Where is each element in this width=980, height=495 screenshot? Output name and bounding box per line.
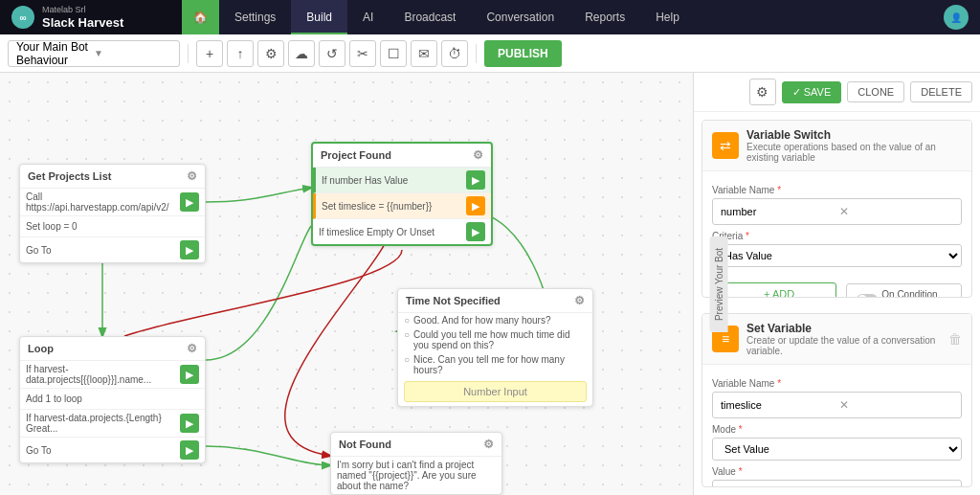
clone-button[interactable]: CLONE <box>847 81 904 102</box>
nav-build[interactable]: Build <box>291 0 347 34</box>
main-area: Get Projects List ⚙ Call https://api.har… <box>0 73 980 495</box>
settings-button[interactable]: ⚙ <box>257 40 284 67</box>
toolbar-divider-1 <box>188 44 189 63</box>
logo-area: ∞ Matelab Srl Slack Harvest <box>0 0 182 34</box>
delete-button[interactable]: DELETE <box>910 81 972 102</box>
number-input-bar: Number Input <box>404 381 587 402</box>
sv-value-label: Value <box>712 466 736 477</box>
loop-title: Loop <box>28 343 54 354</box>
cloud-button[interactable]: ☁ <box>288 40 315 67</box>
nav-settings[interactable]: Settings <box>219 0 291 34</box>
loop-goto-btn[interactable]: ▶ <box>180 440 199 460</box>
not-found-title: Not Found <box>339 439 391 450</box>
dropdown-arrow-icon: ▼ <box>94 48 171 58</box>
sv-value-input[interactable]: {{number}} <box>712 480 962 487</box>
variable-switch-section: ⇄ Variable Switch Execute operations bas… <box>702 120 972 298</box>
cut-button[interactable]: ✂ <box>349 40 376 67</box>
on-condition-toggle[interactable]: On Condition Met <box>846 283 962 298</box>
add-button[interactable]: + <box>196 40 223 67</box>
project-found-iftimeslice-btn[interactable]: ▶ <box>466 222 485 241</box>
nav-broadcast[interactable]: Broadcast <box>389 0 471 34</box>
not-found-gear-icon[interactable]: ⚙ <box>483 438 494 451</box>
set-variable-section: ≡ Set Variable Create or update the valu… <box>702 313 972 487</box>
get-projects-call-btn[interactable]: ▶ <box>180 192 199 212</box>
sv-mode-label: Mode <box>712 424 736 435</box>
not-found-node: Not Found ⚙ I'm sorry but i can't find a… <box>330 432 502 495</box>
undo-button[interactable]: ↺ <box>319 40 345 67</box>
not-found-message: I'm sorry but i can't find a project nam… <box>337 460 496 491</box>
time-not-specified-gear-icon[interactable]: ⚙ <box>574 294 585 307</box>
get-projects-title: Get Projects List <box>28 170 111 182</box>
save-button[interactable]: ✓ SAVE <box>782 81 842 103</box>
loop-gear-icon[interactable]: ⚙ <box>187 342 197 355</box>
project-found-node: Project Found ⚙ If number Has Value ▶ Se… <box>311 142 493 246</box>
time-not-specified-node: Time Not Specified ⚙ ○ Good. And for how… <box>397 288 593 407</box>
criteria-select[interactable]: Has Value Is Empty Equals <box>712 244 962 267</box>
nav-reports[interactable]: Reports <box>569 0 640 34</box>
publish-button[interactable]: PUBLISH <box>484 40 562 67</box>
bot-selector[interactable]: Your Main Bot Behaviour ▼ <box>8 40 180 67</box>
toggle-icon <box>857 294 878 298</box>
loop-iflength-btn[interactable]: ▶ <box>180 414 199 433</box>
nav-items: 🏠 Settings Build AI Broadcast Conversati… <box>182 0 944 34</box>
variable-switch-icon: ⇄ <box>712 132 739 159</box>
company-name: Matelab Srl <box>42 5 123 15</box>
timer-button[interactable]: ⏱ <box>441 40 468 67</box>
copy-button[interactable]: ☐ <box>380 40 407 67</box>
on-condition-label: On Condition Met <box>881 289 951 298</box>
toolbar-divider-2 <box>476 44 477 63</box>
logo-icon: ∞ <box>11 6 34 29</box>
time-bullet-1: Good. And for how many hours? <box>413 315 550 326</box>
time-bullet-2: Could you tell me how much time did you … <box>413 329 587 350</box>
nav-conversation[interactable]: Conversation <box>471 0 569 34</box>
nav-help[interactable]: Help <box>640 0 695 34</box>
canvas[interactable]: Get Projects List ⚙ Call https://api.har… <box>0 73 693 495</box>
time-not-specified-title: Time Not Specified <box>406 295 501 306</box>
nav-home[interactable]: 🏠 <box>182 0 219 34</box>
variable-name-clear-icon[interactable]: ✕ <box>839 205 954 218</box>
email-button[interactable]: ✉ <box>411 40 437 67</box>
loop-ifprojects-btn[interactable]: ▶ <box>180 365 199 384</box>
project-found-ifnum-btn[interactable]: ▶ <box>466 170 485 190</box>
user-avatar[interactable]: 👤 <box>944 5 969 30</box>
set-variable-delete-icon[interactable]: 🗑 <box>948 331 962 347</box>
sv-variable-name-label: Variable Name <box>712 378 774 389</box>
loop-node: Loop ⚙ If harvest-data.projects[{{loop}}… <box>19 336 206 463</box>
variable-switch-subtitle: Execute operations based on the value of… <box>746 142 962 163</box>
upload-button[interactable]: ↑ <box>227 40 254 67</box>
sidebar-topbar: ⚙ ✓ SAVE CLONE DELETE <box>694 73 980 112</box>
time-bullet-3: Nice. Can you tell me for how many hours… <box>413 354 587 375</box>
set-variable-title: Set Variable <box>746 322 941 335</box>
preview-tab[interactable]: Preview Your Bot <box>710 236 728 331</box>
get-projects-gear-icon[interactable]: ⚙ <box>187 169 197 183</box>
variable-name-label: Variable Name <box>712 185 774 195</box>
product-name: Slack Harvest <box>42 15 123 31</box>
add-operation-button[interactable]: + ADD OPERATION <box>722 282 836 298</box>
project-found-set-btn[interactable]: ▶ <box>466 196 485 215</box>
sv-variable-name-input[interactable]: timeslice ✕ <box>712 392 962 418</box>
toolbar: Your Main Bot Behaviour ▼ + ↑ ⚙ ☁ ↺ ✂ ☐ … <box>0 34 980 73</box>
get-projects-goto-btn[interactable]: ▶ <box>180 240 199 259</box>
sidebar-gear-button[interactable]: ⚙ <box>749 79 776 105</box>
variable-name-input[interactable]: number ✕ <box>712 198 962 225</box>
nav-ai[interactable]: AI <box>347 0 389 34</box>
right-sidebar: Preview Your Bot ⚙ ✓ SAVE CLONE DELETE ⇄… <box>693 73 980 495</box>
top-nav: ∞ Matelab Srl Slack Harvest 🏠 Settings B… <box>0 0 980 34</box>
sv-variable-name-clear-icon[interactable]: ✕ <box>839 398 954 412</box>
get-projects-node: Get Projects List ⚙ Call https://api.har… <box>19 164 206 263</box>
sv-mode-select[interactable]: Set Value Append Increment <box>712 438 962 461</box>
project-found-gear-icon[interactable]: ⚙ <box>473 148 483 162</box>
variable-switch-title: Variable Switch <box>746 128 962 142</box>
project-found-title: Project Found <box>321 149 391 161</box>
set-variable-subtitle: Create or update the value of a conversa… <box>746 335 941 356</box>
